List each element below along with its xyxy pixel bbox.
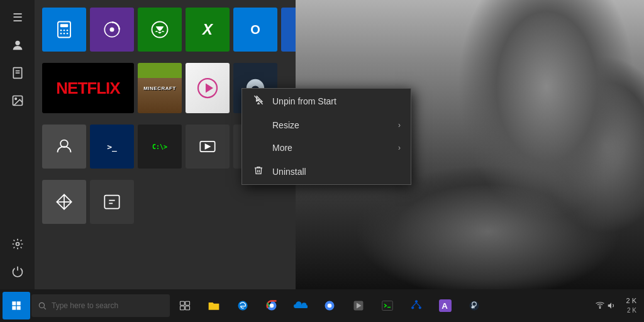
taskbar: Type here to search A 2 K 2 K bbox=[0, 289, 644, 322]
netflix-logo: NETFLIX bbox=[56, 79, 119, 98]
chrome-button-2[interactable] bbox=[316, 292, 343, 319]
svg-point-57 bbox=[471, 306, 474, 308]
start-menu-sidebar: ☰ bbox=[0, 0, 35, 289]
svg-point-41 bbox=[270, 304, 274, 308]
svg-point-12 bbox=[60, 33, 62, 35]
svg-point-50 bbox=[419, 306, 421, 309]
snip-sketch-tile[interactable] bbox=[42, 180, 86, 224]
app-button-1[interactable] bbox=[345, 292, 372, 319]
svg-rect-25 bbox=[104, 196, 119, 209]
clock-time: 2 K bbox=[626, 296, 636, 306]
xbox-tile[interactable] bbox=[138, 8, 182, 52]
svg-point-13 bbox=[64, 33, 65, 35]
chrome-button-1[interactable] bbox=[258, 292, 286, 319]
word-tile[interactable]: W bbox=[281, 8, 296, 52]
svg-rect-36 bbox=[186, 301, 190, 305]
powershell-tile[interactable]: >_ bbox=[90, 125, 134, 169]
more-arrow-icon: › bbox=[398, 143, 401, 152]
svg-rect-35 bbox=[180, 301, 185, 305]
search-icon bbox=[38, 301, 47, 310]
svg-line-52 bbox=[416, 303, 420, 306]
more-label: More bbox=[272, 143, 292, 153]
file-explorer-button[interactable] bbox=[200, 292, 228, 319]
svg-point-0 bbox=[15, 41, 19, 45]
tile-row-1: X O W bbox=[42, 8, 288, 52]
movies-tv-tile[interactable] bbox=[186, 125, 230, 169]
documents-icon[interactable] bbox=[5, 60, 30, 86]
context-menu: Unpin from Start Resize › More › Uninsta… bbox=[242, 88, 411, 185]
itunes-tile[interactable] bbox=[186, 63, 230, 113]
netflix-tile[interactable]: NETFLIX bbox=[42, 63, 134, 113]
uninstall-menu-item[interactable]: Uninstall bbox=[242, 159, 411, 184]
groove-music-tile[interactable] bbox=[90, 8, 134, 52]
power-icon[interactable] bbox=[5, 259, 30, 284]
app-tile-1[interactable] bbox=[42, 125, 86, 169]
svg-point-9 bbox=[60, 30, 62, 31]
steam-icon bbox=[468, 299, 480, 312]
chrome-icon-2 bbox=[323, 299, 336, 312]
svg-rect-46 bbox=[382, 301, 393, 311]
user-profile-icon[interactable] bbox=[5, 33, 30, 58]
svg-point-10 bbox=[64, 30, 65, 31]
outlook-tile[interactable]: O bbox=[233, 8, 277, 52]
system-clock[interactable]: 2 K 2 K bbox=[621, 296, 641, 314]
terminal-icon bbox=[381, 299, 394, 312]
excel-tile[interactable]: X bbox=[186, 8, 230, 52]
app-tile-2[interactable] bbox=[90, 180, 134, 224]
steam-button[interactable] bbox=[460, 292, 488, 319]
svg-rect-8 bbox=[60, 24, 69, 27]
unpin-label: Unpin from Start bbox=[272, 96, 336, 106]
command-prompt-tile[interactable]: C:\> bbox=[138, 125, 182, 169]
search-placeholder: Type here to search bbox=[52, 301, 118, 310]
onedrive-button[interactable] bbox=[287, 292, 314, 319]
app-icon-1 bbox=[353, 300, 364, 311]
svg-line-34 bbox=[44, 308, 46, 309]
start-button[interactable] bbox=[3, 292, 30, 319]
svg-point-14 bbox=[67, 33, 69, 35]
hamburger-menu-button[interactable]: ☰ bbox=[5, 5, 30, 30]
resize-arrow-icon: › bbox=[398, 121, 401, 130]
svg-rect-31 bbox=[12, 306, 16, 310]
svg-line-51 bbox=[413, 303, 416, 306]
svg-rect-30 bbox=[17, 301, 21, 305]
svg-rect-32 bbox=[17, 306, 21, 310]
unpin-icon bbox=[252, 95, 265, 108]
settings-icon[interactable] bbox=[5, 231, 30, 257]
resize-menu-item[interactable]: Resize › bbox=[242, 114, 411, 136]
task-view-icon bbox=[179, 300, 191, 311]
uninstall-icon bbox=[252, 165, 265, 178]
svg-point-49 bbox=[411, 306, 414, 309]
affinity-button[interactable]: A bbox=[431, 292, 459, 319]
file-explorer-icon bbox=[208, 299, 220, 312]
svg-marker-21 bbox=[206, 145, 210, 149]
svg-point-11 bbox=[67, 30, 69, 31]
terminal-button[interactable] bbox=[374, 292, 401, 319]
svg-rect-29 bbox=[12, 301, 16, 305]
svg-point-48 bbox=[415, 300, 418, 303]
svg-rect-37 bbox=[180, 306, 185, 310]
tile-row-4 bbox=[42, 180, 288, 224]
onedrive-icon bbox=[294, 301, 308, 311]
minecraft-tile[interactable]: MINECRAFT bbox=[138, 63, 182, 113]
pictures-icon[interactable] bbox=[5, 88, 30, 113]
resize-label: Resize bbox=[272, 120, 299, 130]
sourcetree-icon bbox=[410, 299, 423, 312]
edge-browser-button[interactable] bbox=[229, 292, 257, 319]
chrome-icon-1 bbox=[265, 299, 278, 312]
system-tray bbox=[592, 301, 619, 310]
unpin-from-start-menu-item[interactable]: Unpin from Start bbox=[242, 89, 411, 114]
volume-icon bbox=[607, 301, 616, 310]
svg-point-33 bbox=[39, 303, 44, 308]
taskbar-search[interactable]: Type here to search bbox=[31, 294, 170, 317]
edge-icon bbox=[236, 299, 249, 312]
sourcetree-button[interactable] bbox=[402, 292, 430, 319]
uninstall-label: Uninstall bbox=[272, 167, 306, 177]
task-view-button[interactable] bbox=[171, 292, 199, 319]
clock-date: 2 K bbox=[626, 306, 636, 315]
affinity-icon: A bbox=[439, 299, 452, 312]
svg-point-6 bbox=[16, 243, 19, 246]
svg-point-16 bbox=[110, 28, 114, 32]
calculator-tile[interactable] bbox=[42, 8, 86, 52]
more-menu-item[interactable]: More › bbox=[242, 136, 411, 159]
network-icon bbox=[596, 301, 604, 310]
